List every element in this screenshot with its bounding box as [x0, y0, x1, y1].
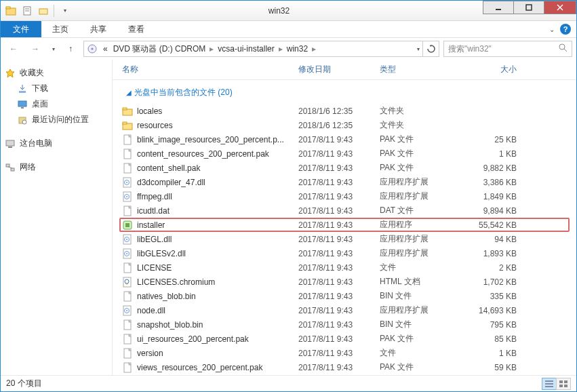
- file-icon: [122, 319, 133, 330]
- file-type: DAT 文件: [380, 205, 461, 216]
- file-row[interactable]: icudtl.dat2017/8/11 9:43DAT 文件9,894 KB: [122, 203, 576, 218]
- file-row[interactable]: LICENSE2017/8/11 9:43文件2 KB: [122, 260, 576, 275]
- quick-access-toolbar: ▾: [1, 3, 75, 18]
- dll-icon: [122, 234, 133, 245]
- file-size: 14,693 KB: [461, 306, 529, 315]
- ribbon-tab-home[interactable]: 主页: [41, 21, 79, 37]
- file-row[interactable]: d3dcompiler_47.dll2017/8/11 9:43应用程序扩展3,…: [122, 175, 576, 189]
- file-name: version: [137, 349, 163, 358]
- file-row[interactable]: content_resources_200_percent.pak2017/8/…: [122, 146, 576, 161]
- file-name: d3dcompiler_47.dll: [137, 178, 205, 187]
- column-date[interactable]: 修改日期: [298, 64, 380, 75]
- ribbon-tab-share[interactable]: 共享: [79, 21, 117, 37]
- file-row[interactable]: node.dll2017/8/11 9:43应用程序扩展14,693 KB: [122, 303, 576, 317]
- file-name: resources: [137, 121, 173, 130]
- file-size: 335 KB: [461, 292, 529, 301]
- view-details-button[interactable]: [542, 378, 557, 390]
- sidebar-item-desktop[interactable]: 桌面: [3, 96, 109, 112]
- file-type: 应用程序扩展: [380, 233, 461, 245]
- chevron-right-icon[interactable]: ▸: [311, 44, 317, 54]
- nav-forward-button[interactable]: →: [26, 40, 44, 58]
- view-large-icons-button[interactable]: [556, 378, 571, 390]
- file-row[interactable]: libEGL.dll2017/8/11 9:43应用程序扩展94 KB: [122, 232, 576, 246]
- file-size: 9,894 KB: [461, 206, 529, 216]
- close-button[interactable]: [544, 1, 576, 14]
- file-size: 94 KB: [461, 235, 529, 244]
- file-type: PAK 文件: [380, 162, 461, 174]
- file-row[interactable]: ui_resources_200_percent.pak2017/8/11 9:…: [122, 332, 576, 346]
- sidebar-network[interactable]: 网络: [3, 159, 109, 175]
- chevron-right-icon[interactable]: ▸: [277, 44, 284, 54]
- file-name: icudtl.dat: [137, 206, 170, 216]
- folder-icon: [3, 3, 18, 18]
- sidebar-item-downloads[interactable]: 下载: [3, 81, 109, 96]
- file-row[interactable]: content_shell.pak2017/8/11 9:43PAK 文件9,8…: [122, 161, 576, 175]
- sidebar-thispc[interactable]: 这台电脑: [3, 136, 109, 151]
- maximize-button[interactable]: [513, 1, 544, 14]
- svg-rect-17: [21, 107, 24, 109]
- refresh-button[interactable]: [423, 41, 439, 57]
- file-type: 文件夹: [380, 105, 461, 117]
- ribbon-tab-view[interactable]: 查看: [117, 21, 155, 37]
- file-size: 59 KB: [461, 363, 529, 372]
- file-name: ffmpeg.dll: [137, 192, 172, 201]
- svg-rect-26: [123, 108, 127, 110]
- file-date: 2017/8/11 9:43: [298, 206, 380, 216]
- breadcrumb-seg-1[interactable]: vcsa-ui-installer: [215, 44, 277, 54]
- file-name: content_resources_200_percent.pak: [137, 149, 269, 159]
- qat-dropdown-icon[interactable]: ▾: [57, 3, 72, 18]
- address-history-dropdown[interactable]: ▾: [417, 46, 420, 52]
- file-row[interactable]: locales2018/1/6 12:35文件夹: [122, 104, 576, 118]
- nav-back-button[interactable]: ←: [5, 40, 22, 58]
- file-date: 2017/8/11 9:43: [298, 163, 380, 173]
- drive-icon: [87, 43, 98, 54]
- nav-recent-dropdown[interactable]: ▾: [48, 40, 58, 58]
- breadcrumb-seg-0[interactable]: DVD 驱动器 (D:) CDROM: [111, 43, 209, 55]
- file-list-area: 名称 修改日期 类型 大小 ◢光盘中当前包含的文件 (20) locales20…: [113, 60, 576, 375]
- file-name: libEGL.dll: [137, 235, 172, 244]
- sidebar-item-recent[interactable]: 最近访问的位置: [3, 112, 109, 128]
- file-row[interactable]: ffmpeg.dll2017/8/11 9:43应用程序扩展1,849 KB: [122, 189, 576, 203]
- new-folder-icon[interactable]: [36, 3, 51, 18]
- search-input[interactable]: 搜索"win32": [443, 41, 572, 57]
- file-row[interactable]: libGLESv2.dll2017/8/11 9:43应用程序扩展1,893 K…: [122, 246, 576, 260]
- file-date: 2017/8/11 9:43: [298, 235, 380, 244]
- file-row[interactable]: natives_blob.bin2017/8/11 9:43BIN 文件335 …: [122, 289, 576, 303]
- ribbon-expand-icon[interactable]: ⌄: [549, 26, 555, 33]
- help-icon[interactable]: ?: [560, 24, 571, 35]
- nav-up-button[interactable]: ↑: [62, 40, 79, 58]
- file-row[interactable]: snapshot_blob.bin2017/8/11 9:43BIN 文件795…: [122, 317, 576, 332]
- status-bar: 20 个项目: [1, 375, 576, 391]
- file-row[interactable]: resources2018/1/6 12:35文件夹: [122, 118, 576, 132]
- file-size: 9,882 KB: [461, 163, 529, 173]
- group-header[interactable]: ◢光盘中当前包含的文件 (20): [122, 80, 576, 104]
- properties-icon[interactable]: [20, 3, 35, 18]
- file-type: BIN 文件: [380, 319, 461, 330]
- file-date: 2017/8/11 9:43: [298, 220, 380, 230]
- svg-rect-71: [559, 380, 563, 383]
- file-row[interactable]: LICENSES.chromium2017/8/11 9:43HTML 文档1,…: [122, 275, 576, 289]
- file-row[interactable]: blink_image_resources_200_percent.p...20…: [122, 132, 576, 146]
- file-type: PAK 文件: [380, 148, 461, 159]
- address-bar[interactable]: « DVD 驱动器 (D:) CDROM ▸ vcsa-ui-installer…: [83, 41, 423, 57]
- breadcrumb-seg-2[interactable]: win32: [284, 44, 311, 54]
- file-name: libGLESv2.dll: [137, 249, 186, 258]
- file-row[interactable]: installer2017/8/11 9:43应用程序55,542 KB: [119, 218, 570, 232]
- chevron-right-icon[interactable]: ▸: [208, 44, 215, 54]
- file-row[interactable]: version2017/8/11 9:43文件1 KB: [122, 346, 576, 360]
- file-row[interactable]: views_resources_200_percent.pak2017/8/11…: [122, 360, 576, 374]
- svg-line-13: [564, 49, 567, 52]
- ribbon-file-tab[interactable]: 文件: [1, 21, 41, 37]
- sidebar-favorites[interactable]: 收藏夹: [3, 65, 109, 81]
- breadcrumb-prefix[interactable]: «: [100, 44, 111, 54]
- file-date: 2017/8/11 9:43: [298, 135, 380, 144]
- minimize-button[interactable]: [483, 1, 514, 14]
- exe-icon: [122, 220, 133, 231]
- file-size: 1,702 KB: [461, 277, 529, 287]
- file-type: 文件夹: [380, 119, 461, 131]
- column-name[interactable]: 名称: [122, 64, 298, 75]
- column-type[interactable]: 类型: [380, 64, 461, 75]
- column-size[interactable]: 大小: [461, 64, 529, 75]
- search-icon: [559, 43, 568, 54]
- file-date: 2017/8/11 9:43: [298, 334, 380, 344]
